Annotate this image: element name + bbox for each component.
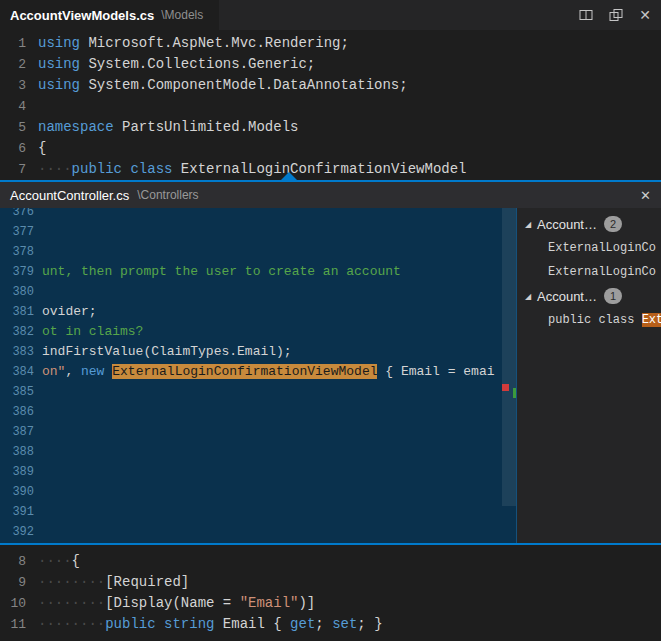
- reference-snippet: public class Exte: [548, 313, 661, 327]
- line-number: 379: [0, 262, 34, 282]
- code-line[interactable]: 376: [0, 208, 516, 222]
- peek-code-editor[interactable]: 376377378379unt, then prompt the user to…: [0, 208, 516, 543]
- peek-references-list: ◢Account…2ExternalLoginCoExternalLoginCo…: [516, 208, 661, 543]
- reference-row[interactable]: ExternalLoginCo: [517, 236, 661, 260]
- code-text: indFirstValue(ClaimTypes.Email);: [42, 342, 292, 362]
- editor-tab-bar: AccountViewModels.cs \Models ✕: [0, 0, 661, 30]
- code-text: ot in claims?: [42, 322, 143, 342]
- code-line[interactable]: 9········[Required]: [0, 572, 661, 593]
- code-line[interactable]: 378: [0, 242, 516, 262]
- code-text: using Microsoft.AspNet.Mvc.Rendering;: [38, 33, 349, 54]
- editor-accountviewmodels[interactable]: 1using Microsoft.AspNet.Mvc.Rendering;2u…: [0, 30, 661, 180]
- code-line[interactable]: 5namespace PartsUnlimited.Models: [0, 117, 661, 138]
- code-line[interactable]: 385: [0, 382, 516, 402]
- reference-file-row[interactable]: ◢Account…1: [517, 284, 661, 308]
- line-number: 387: [0, 422, 34, 442]
- tab-accountviewmodels[interactable]: AccountViewModels.cs \Models: [0, 0, 219, 30]
- expand-twisty-icon[interactable]: ◢: [525, 292, 537, 301]
- tab-file-name: AccountViewModels.cs: [10, 8, 154, 23]
- line-number: 376: [0, 208, 34, 222]
- code-line[interactable]: 379unt, then prompt the user to create a…: [0, 262, 516, 282]
- split-editor-icon[interactable]: [579, 8, 593, 22]
- peek-title-bar: AccountController.cs \Controllers ✕: [0, 182, 661, 208]
- line-number: 391: [0, 502, 34, 522]
- code-line[interactable]: 390: [0, 482, 516, 502]
- code-line[interactable]: 381ovider;: [0, 302, 516, 322]
- line-number: 8: [0, 551, 26, 572]
- overview-ruler-green-marker: [513, 388, 516, 398]
- reference-snippet: ExternalLoginCo: [548, 241, 656, 255]
- line-number: 2: [0, 54, 26, 75]
- code-line[interactable]: 7····public class ExternalLoginConfirmat…: [0, 159, 661, 180]
- code-line[interactable]: 384on", new ExternalLoginConfirmationVie…: [0, 362, 516, 382]
- code-line[interactable]: 383indFirstValue(ClaimTypes.Email);: [0, 342, 516, 362]
- code-text: ····{: [38, 551, 80, 572]
- code-text: namespace PartsUnlimited.Models: [38, 117, 298, 138]
- peek-references-widget: AccountController.cs \Controllers ✕ 3763…: [0, 180, 661, 545]
- close-editor-icon[interactable]: ✕: [639, 8, 651, 22]
- code-line[interactable]: 2using System.Collections.Generic;: [0, 54, 661, 75]
- code-line[interactable]: 391: [0, 502, 516, 522]
- code-line[interactable]: 377: [0, 222, 516, 242]
- peek-scrollbar[interactable]: [502, 208, 516, 506]
- line-number: 384: [0, 362, 34, 382]
- code-line[interactable]: 388: [0, 442, 516, 462]
- tab-file-path: \Models: [161, 8, 203, 22]
- line-number: 380: [0, 282, 34, 302]
- code-line[interactable]: 11········public string Email { get; set…: [0, 614, 661, 635]
- code-text: using System.Collections.Generic;: [38, 54, 315, 75]
- code-text: ········[Required]: [38, 572, 189, 593]
- peek-code-lines: 376377378379unt, then prompt the user to…: [0, 208, 516, 542]
- line-number: 7: [0, 159, 26, 180]
- code-line[interactable]: 392: [0, 522, 516, 542]
- line-number: 383: [0, 342, 34, 362]
- open-preview-icon[interactable]: [609, 8, 623, 22]
- code-line[interactable]: 8····{: [0, 551, 661, 572]
- line-number: 9: [0, 572, 26, 593]
- line-number: 3: [0, 75, 26, 96]
- peek-anchor-arrow-icon: [280, 172, 298, 181]
- code-text: {: [38, 138, 46, 159]
- line-number: 11: [0, 614, 26, 635]
- vscode-window: AccountViewModels.cs \Models ✕ 1using Mi…: [0, 0, 661, 641]
- editor-actions: ✕: [579, 8, 661, 22]
- code-line[interactable]: 386: [0, 402, 516, 422]
- reference-row[interactable]: ExternalLoginCo: [517, 260, 661, 284]
- reference-row[interactable]: public class Exte: [517, 308, 661, 332]
- code-line[interactable]: 380: [0, 282, 516, 302]
- code-text: ····public class ExternalLoginConfirmati…: [38, 159, 467, 180]
- reference-count-badge: 1: [604, 288, 622, 304]
- code-line[interactable]: 387: [0, 422, 516, 442]
- peek-file-name: AccountController.cs: [10, 188, 129, 203]
- line-number: 377: [0, 222, 34, 242]
- line-number: 389: [0, 462, 34, 482]
- line-number: 6: [0, 138, 26, 159]
- overview-ruler-red-marker: [502, 384, 509, 391]
- code-line[interactable]: 1using Microsoft.AspNet.Mvc.Rendering;: [0, 33, 661, 54]
- code-line[interactable]: 3using System.ComponentModel.DataAnnotat…: [0, 75, 661, 96]
- code-text: ovider;: [42, 302, 97, 322]
- code-line[interactable]: 382ot in claims?: [0, 322, 516, 342]
- expand-twisty-icon[interactable]: ◢: [525, 220, 537, 229]
- line-number: 388: [0, 442, 34, 462]
- code-line[interactable]: 4: [0, 96, 661, 117]
- reference-count-badge: 2: [604, 216, 622, 232]
- reference-file-row[interactable]: ◢Account…2: [517, 212, 661, 236]
- peek-close-icon[interactable]: ✕: [640, 188, 651, 203]
- code-line[interactable]: 389: [0, 462, 516, 482]
- code-text: ········public string Email { get; set; …: [38, 614, 383, 635]
- peek-body: 376377378379unt, then prompt the user to…: [0, 208, 661, 543]
- code-text: using System.ComponentModel.DataAnnotati…: [38, 75, 408, 96]
- code-line[interactable]: 6{: [0, 138, 661, 159]
- code-line[interactable]: 10········[Display(Name = "Email")]: [0, 593, 661, 614]
- file-name: Account…: [537, 217, 597, 232]
- editor-accountviewmodels-continued[interactable]: 8····{9········[Required]10········[Disp…: [0, 545, 661, 641]
- line-number: 385: [0, 382, 34, 402]
- line-number: 390: [0, 482, 34, 502]
- peek-file-path: \Controllers: [137, 188, 632, 202]
- line-number: 378: [0, 242, 34, 262]
- line-number: 5: [0, 117, 26, 138]
- code-text: unt, then prompt the user to create an a…: [42, 262, 401, 282]
- line-number: 10: [0, 593, 26, 614]
- file-name: Account…: [537, 289, 597, 304]
